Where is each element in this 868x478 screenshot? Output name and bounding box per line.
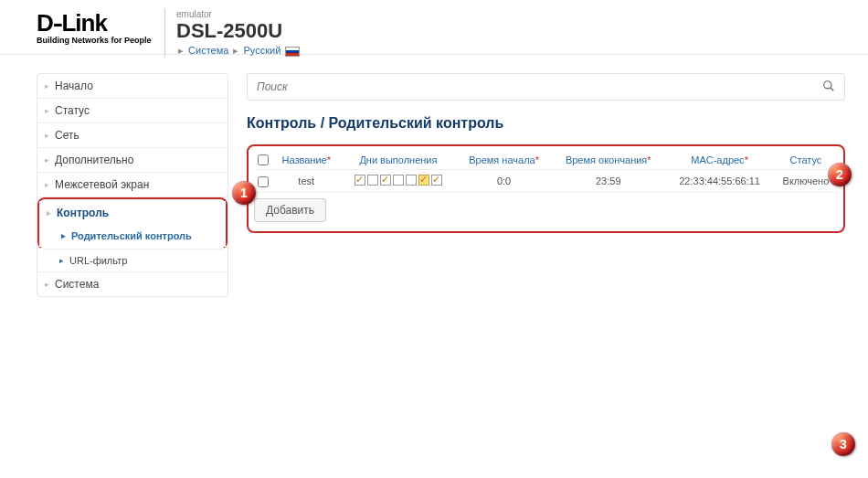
- day-checkbox[interactable]: [393, 175, 404, 186]
- sidebar-item-label: Межсетевой экран: [55, 178, 149, 191]
- callout-badge-2: 2: [828, 163, 852, 186]
- title-block: emulator DSL-2500U ▸ Система ▸ Русский: [164, 9, 300, 57]
- svg-line-1: [831, 87, 834, 90]
- col-end[interactable]: Время окончания*: [551, 150, 665, 170]
- sidebar-item-label: Сеть: [55, 129, 79, 142]
- select-all-checkbox[interactable]: [258, 154, 269, 165]
- cell-start: 0:0: [457, 170, 551, 193]
- sidebar-item-network[interactable]: ▸Сеть: [37, 123, 228, 147]
- day-checkbox[interactable]: [431, 175, 442, 186]
- rules-table-area: Название* Дни выполнения Время начала* В…: [247, 144, 845, 233]
- callout-badge-3: 3: [831, 432, 855, 456]
- col-checkbox: [254, 150, 272, 170]
- table-header-row: Название* Дни выполнения Время начала* В…: [254, 150, 838, 170]
- emulator-label: emulator: [176, 9, 300, 19]
- caret-icon: ▸: [45, 280, 49, 289]
- search-bar: [247, 73, 845, 101]
- sidebar-item-label: Контроль: [57, 207, 109, 219]
- caret-icon: ▸: [45, 106, 49, 115]
- sidebar-item-firewall[interactable]: ▸Межсетевой экран: [37, 173, 228, 197]
- sidebar-item-label: URL-фильтр: [69, 255, 127, 266]
- row-checkbox[interactable]: [258, 176, 269, 187]
- header: D-Link Building Networks for People emul…: [0, 0, 868, 55]
- day-checkbox[interactable]: [380, 175, 391, 186]
- caret-icon: ▸: [47, 208, 51, 218]
- search-input[interactable]: [257, 80, 822, 93]
- sidebar-item-control[interactable]: ▸Контроль: [39, 201, 226, 225]
- cell-mac: 22:33:44:55:66:11: [665, 170, 774, 193]
- brand-name: D-Link: [37, 9, 164, 37]
- cell-days: [340, 170, 457, 193]
- add-button[interactable]: Добавить: [254, 198, 326, 222]
- day-checkbox[interactable]: [367, 175, 378, 186]
- col-status[interactable]: Статус: [774, 150, 838, 170]
- sidebar-item-url-filter[interactable]: ▸URL-фильтр: [37, 250, 228, 271]
- sidebar-item-status[interactable]: ▸Статус: [37, 99, 228, 122]
- callout-badge-1: 1: [232, 181, 256, 205]
- caret-icon: ▸: [45, 180, 49, 189]
- col-start[interactable]: Время начала*: [457, 150, 551, 170]
- col-days[interactable]: Дни выполнения: [340, 150, 457, 170]
- logo: D-Link Building Networks for People: [37, 9, 164, 45]
- sidebar-item-label: Система: [55, 278, 99, 291]
- sidebar-item-label: Дополнительно: [55, 154, 133, 166]
- col-mac[interactable]: MAC-адрес*: [665, 150, 774, 170]
- main-content: Контроль / Родительский контроль Названи…: [238, 73, 868, 297]
- sidebar-item-label: Начало: [55, 80, 93, 92]
- day-checkbox[interactable]: [418, 175, 429, 186]
- cell-name: test: [272, 170, 339, 193]
- caret-icon: ▸: [61, 231, 66, 240]
- day-checkbox[interactable]: [406, 175, 417, 186]
- caret-icon: ▸: [45, 131, 49, 140]
- svg-point-0: [824, 80, 831, 88]
- sidebar-item-label: Статус: [55, 104, 90, 117]
- flag-ru-icon: [285, 47, 300, 57]
- rules-table: Название* Дни выполнения Время начала* В…: [254, 150, 838, 193]
- sidebar-item-advanced[interactable]: ▸Дополнительно: [37, 148, 228, 172]
- sidebar-item-start[interactable]: ▸Начало: [37, 74, 228, 98]
- sidebar: ▸Начало ▸Статус ▸Сеть ▸Дополнительно ▸Ме…: [0, 73, 238, 297]
- crumb-language[interactable]: Русский: [244, 45, 281, 56]
- sidebar-item-system[interactable]: ▸Система: [37, 272, 228, 296]
- breadcrumb: ▸ Система ▸ Русский: [176, 45, 300, 57]
- search-icon[interactable]: [822, 80, 835, 95]
- nav-menu: ▸Начало ▸Статус ▸Сеть ▸Дополнительно ▸Ме…: [37, 73, 228, 297]
- sidebar-item-parental-control[interactable]: ▸Родительский контроль: [39, 225, 226, 247]
- day-checkbox[interactable]: [355, 175, 365, 186]
- model-name: DSL-2500U: [176, 19, 300, 43]
- col-name[interactable]: Название*: [272, 150, 339, 170]
- sidebar-item-label: Родительский контроль: [71, 230, 192, 241]
- cell-end: 23:59: [551, 170, 665, 193]
- caret-icon: ▸: [45, 155, 49, 165]
- page-title: Контроль / Родительский контроль: [247, 115, 845, 132]
- caret-icon: ▸: [59, 256, 64, 265]
- table-row[interactable]: test 0:0 23:59 22:33:44:55:66:11 Включен…: [254, 170, 838, 193]
- caret-icon: ▸: [45, 81, 49, 90]
- crumb-system[interactable]: Система: [188, 45, 228, 56]
